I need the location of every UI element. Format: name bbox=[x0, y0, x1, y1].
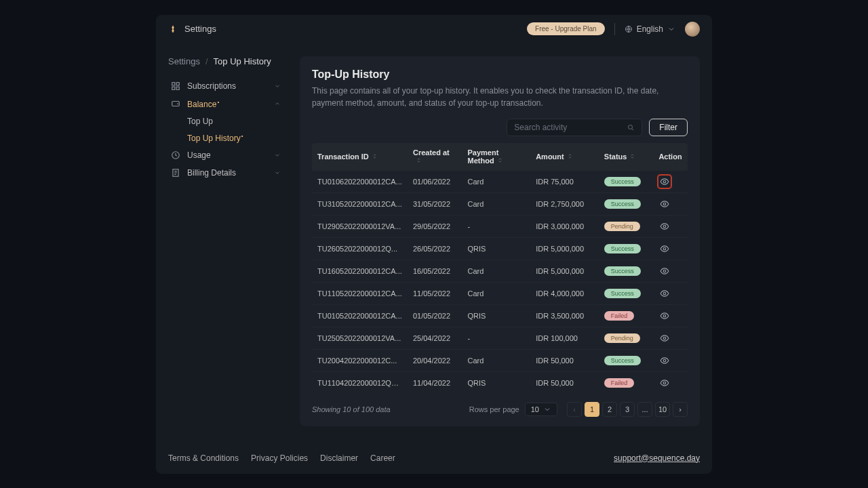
page-title: Top-Up History bbox=[312, 68, 688, 81]
eye-icon bbox=[660, 244, 669, 253]
svg-point-13 bbox=[664, 247, 667, 250]
cell-transaction-id: TU31052022000012CA... bbox=[312, 192, 408, 215]
view-details-button[interactable] bbox=[658, 220, 671, 232]
cell-transaction-id: TU20042022000012C... bbox=[312, 349, 408, 371]
sidebar-item-label: Subscriptions bbox=[187, 81, 236, 91]
sort-icon bbox=[567, 153, 573, 159]
cell-payment-method: QRIS bbox=[462, 237, 531, 260]
cell-payment-method: - bbox=[462, 327, 531, 349]
breadcrumb-current: Top Up History bbox=[214, 56, 271, 66]
cell-amount: IDR 100,000 bbox=[530, 327, 599, 349]
table-row: TU16052022000012CA...16/05/2022CardIDR 5… bbox=[312, 260, 688, 282]
view-details-button[interactable] bbox=[658, 310, 671, 322]
svg-point-10 bbox=[664, 180, 667, 183]
cell-amount: IDR 3,000,000 bbox=[530, 215, 599, 237]
sidebar: Settings / Top Up History Subscriptions … bbox=[156, 44, 292, 443]
eye-icon bbox=[660, 333, 669, 343]
sidebar-item-subscriptions[interactable]: Subscriptions bbox=[168, 77, 283, 95]
clock-icon bbox=[171, 150, 180, 160]
page-button[interactable]: 10 bbox=[655, 402, 670, 417]
view-details-button[interactable] bbox=[658, 265, 671, 277]
cell-action bbox=[653, 349, 688, 371]
upgrade-plan-button[interactable]: Free - Upgrade Plan bbox=[527, 22, 605, 35]
filter-button[interactable]: Filter bbox=[649, 119, 688, 136]
breadcrumb-settings[interactable]: Settings bbox=[168, 56, 200, 66]
sidebar-item-label: Top Up bbox=[187, 117, 213, 126]
support-email-link[interactable]: support@sequence.day bbox=[614, 453, 700, 463]
cell-amount: IDR 4,000,000 bbox=[530, 282, 599, 304]
svg-rect-1 bbox=[172, 82, 175, 85]
column-header-amount[interactable]: Amount bbox=[530, 143, 599, 171]
sidebar-item-balance[interactable]: Balance• bbox=[168, 95, 283, 113]
sidebar-item-usage[interactable]: Usage bbox=[168, 146, 283, 164]
showing-count: Showing 10 of 100 data bbox=[312, 405, 469, 413]
cell-created-at: 25/04/2022 bbox=[408, 327, 462, 349]
cell-transaction-id: TU11052022000012CA... bbox=[312, 282, 408, 304]
cell-action bbox=[653, 215, 688, 237]
svg-point-11 bbox=[664, 203, 667, 205]
view-details-button[interactable] bbox=[658, 332, 671, 344]
view-details-button[interactable] bbox=[658, 198, 671, 210]
cell-created-at: 01/05/2022 bbox=[408, 304, 462, 327]
eye-icon bbox=[660, 311, 669, 321]
rows-per-page-selector[interactable]: 10 bbox=[525, 403, 557, 416]
search-input-wrapper[interactable] bbox=[507, 119, 642, 136]
footer-link[interactable]: Terms & Conditions bbox=[168, 453, 239, 463]
cell-payment-method: - bbox=[462, 215, 531, 237]
language-selector[interactable]: English bbox=[625, 24, 675, 34]
column-header-id[interactable]: Transaction ID bbox=[312, 143, 408, 171]
chevron-down-icon bbox=[274, 83, 281, 89]
cell-transaction-id: TU26052022000012Q... bbox=[312, 237, 408, 260]
svg-point-19 bbox=[664, 382, 667, 384]
sort-icon bbox=[629, 153, 635, 159]
view-details-button[interactable] bbox=[658, 377, 671, 389]
cell-created-at: 26/05/2022 bbox=[408, 237, 462, 260]
view-details-button[interactable] bbox=[658, 354, 671, 367]
view-details-button[interactable] bbox=[658, 243, 671, 255]
avatar[interactable] bbox=[685, 22, 700, 37]
cell-action bbox=[653, 371, 688, 394]
rows-per-page-value: 10 bbox=[531, 405, 539, 413]
view-details-button[interactable] bbox=[658, 176, 671, 188]
status-badge: Failed bbox=[604, 378, 635, 388]
status-badge: Failed bbox=[604, 311, 635, 321]
sidebar-item-topup[interactable]: Top Up bbox=[184, 113, 283, 129]
column-header-status[interactable]: Status bbox=[599, 143, 654, 171]
cell-status: Success bbox=[599, 260, 654, 282]
status-badge: Pending bbox=[604, 222, 640, 231]
cell-payment-method: Card bbox=[462, 170, 531, 192]
status-badge: Pending bbox=[604, 333, 640, 343]
cell-action bbox=[653, 282, 688, 304]
page-button[interactable]: 2 bbox=[602, 402, 617, 417]
sidebar-item-topup-history[interactable]: Top Up History• bbox=[184, 129, 283, 146]
cell-created-at: 20/04/2022 bbox=[408, 349, 462, 371]
view-details-button[interactable] bbox=[658, 287, 671, 300]
search-input[interactable] bbox=[514, 123, 627, 132]
cell-amount: IDR 5,000,000 bbox=[530, 237, 599, 260]
topbar-title: Settings bbox=[184, 24, 216, 34]
status-badge: Success bbox=[604, 244, 641, 253]
footer-link[interactable]: Privacy Policies bbox=[251, 453, 308, 463]
page-next-button[interactable]: › bbox=[673, 402, 688, 417]
footer-link[interactable]: Career bbox=[370, 453, 395, 463]
history-card: Top-Up History This page contains all of… bbox=[300, 56, 700, 426]
page-button[interactable]: 1 bbox=[585, 402, 599, 417]
status-badge: Success bbox=[604, 199, 641, 209]
grid-icon bbox=[171, 81, 180, 91]
eye-icon bbox=[660, 266, 669, 276]
column-header-method[interactable]: Payment Method bbox=[462, 143, 531, 171]
column-header-created[interactable]: Created at bbox=[408, 143, 462, 171]
app-window: Settings Free - Upgrade Plan English Set… bbox=[156, 15, 712, 474]
cell-action bbox=[653, 304, 688, 327]
svg-rect-4 bbox=[176, 87, 179, 89]
svg-point-14 bbox=[664, 270, 667, 272]
svg-point-17 bbox=[664, 337, 667, 340]
svg-rect-3 bbox=[172, 87, 175, 89]
table-row: TU20042022000012C...20/04/2022CardIDR 50… bbox=[312, 349, 688, 371]
pagination: ‹123...10› bbox=[567, 402, 688, 417]
footer-link[interactable]: Disclaimer bbox=[320, 453, 358, 463]
page-prev-button[interactable]: ‹ bbox=[567, 402, 582, 417]
sort-icon bbox=[372, 153, 378, 159]
sidebar-item-billing-details[interactable]: Billing Details bbox=[168, 164, 283, 182]
page-button[interactable]: 3 bbox=[620, 402, 635, 417]
